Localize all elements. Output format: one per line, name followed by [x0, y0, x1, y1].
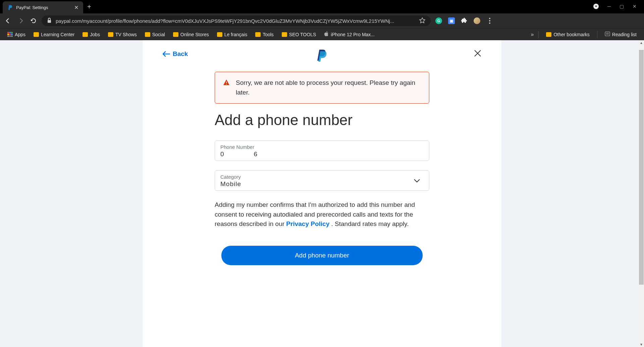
url-text: paypal.com/myaccount/profile/flow/phones… [56, 18, 415, 24]
reading-list[interactable]: Reading list [602, 30, 639, 39]
star-icon[interactable] [419, 17, 425, 24]
svg-point-3 [489, 20, 490, 21]
phone-number-field[interactable]: Phone Number [215, 140, 429, 161]
lock-icon [47, 18, 52, 24]
extension-icon[interactable]: ▣ [448, 17, 455, 24]
address-bar: paypal.com/myaccount/profile/flow/phones… [0, 13, 644, 28]
category-label: Category [220, 174, 241, 180]
folder-icon [255, 32, 261, 37]
bookmarks-bar: Apps Learning Center Jobs TV Shows Socia… [0, 28, 644, 40]
forward-icon[interactable] [17, 17, 24, 24]
divider [597, 31, 597, 38]
paypal-favicon-icon [7, 5, 13, 10]
bookmark-iphone[interactable]: iPhone 12 Pro Max... [321, 30, 377, 39]
back-button[interactable]: Back [163, 50, 188, 58]
scroll-up-icon[interactable]: ▲ [640, 41, 643, 45]
new-tab-button[interactable]: + [87, 3, 91, 11]
back-icon[interactable] [5, 17, 11, 24]
tab-close-icon[interactable]: ✕ [74, 4, 78, 11]
card-header: Back [163, 50, 481, 58]
close-window-icon[interactable]: ✕ [633, 4, 637, 10]
svg-point-4 [489, 22, 490, 24]
arrow-left-icon [163, 51, 170, 57]
extensions-puzzle-icon[interactable] [461, 17, 468, 24]
bookmarks-overflow-icon[interactable]: » [531, 32, 534, 38]
phone-input[interactable] [220, 151, 424, 158]
reload-icon[interactable] [30, 17, 37, 24]
profile-avatar-icon[interactable] [474, 17, 480, 24]
folder-icon [83, 32, 88, 37]
svg-rect-8 [226, 81, 227, 83]
svg-rect-9 [226, 84, 227, 84]
error-alert: Sorry, we are not able to process your r… [215, 72, 429, 104]
scrollbar-thumb[interactable] [639, 50, 644, 285]
form-container: Sorry, we are not able to process your r… [215, 72, 429, 265]
bookmark-stores[interactable]: Online Stores [170, 31, 212, 39]
bookmark-social[interactable]: Social [142, 31, 168, 39]
folder-icon [108, 32, 113, 37]
add-phone-button[interactable]: Add phone number [221, 246, 423, 265]
down-arrow-icon[interactable] [593, 4, 599, 10]
svg-point-2 [489, 18, 490, 19]
bookmark-learning[interactable]: Learning Center [31, 31, 77, 39]
close-icon [474, 50, 481, 57]
browser-tab[interactable]: PayPal: Settings ✕ [3, 1, 83, 13]
folder-icon [34, 32, 39, 37]
bookmark-tools[interactable]: Tools [253, 31, 276, 39]
extension-icons: G ▣ [435, 17, 493, 24]
folder-icon [217, 32, 222, 37]
bookmark-french[interactable]: Le français [214, 31, 250, 39]
paypal-logo-icon [317, 49, 327, 63]
svg-rect-5 [605, 32, 610, 36]
error-message: Sorry, we are not able to process your r… [236, 78, 421, 97]
category-field[interactable]: Category Mobile [215, 170, 429, 191]
phone-label: Phone Number [220, 144, 424, 150]
apple-icon [324, 31, 329, 38]
divider [538, 31, 539, 38]
tab-title: PayPal: Settings [16, 5, 71, 10]
grammarly-icon[interactable]: G [435, 17, 442, 24]
category-value: Mobile [220, 180, 241, 188]
privacy-policy-link[interactable]: Privacy Policy [286, 220, 329, 227]
folder-icon [282, 32, 287, 37]
back-label: Back [173, 50, 188, 58]
page-viewport: Back Sorry, we are not able to process y… [0, 40, 644, 347]
folder-icon [145, 32, 150, 37]
bookmark-tv[interactable]: TV Shows [105, 31, 140, 39]
folder-icon [173, 32, 178, 37]
disclaimer-text: Adding my number confirms that I'm autho… [215, 200, 429, 229]
nav-buttons [5, 17, 37, 24]
warning-icon [223, 79, 230, 87]
apps-bookmark[interactable]: Apps [5, 31, 28, 39]
other-bookmarks[interactable]: Other bookmarks [543, 31, 592, 39]
svg-rect-1 [48, 20, 51, 23]
apps-grid-icon [7, 32, 13, 37]
reading-list-icon [605, 31, 610, 38]
close-button[interactable] [474, 50, 481, 58]
chevron-down-icon [414, 178, 424, 184]
bookmark-jobs[interactable]: Jobs [80, 31, 103, 39]
browser-chrome: PayPal: Settings ✕ + ─ ▢ ✕ [0, 0, 644, 40]
tab-bar: PayPal: Settings ✕ + ─ ▢ ✕ [0, 0, 644, 13]
bookmark-seo[interactable]: SEO TOOLS [279, 31, 319, 39]
url-bar[interactable]: paypal.com/myaccount/profile/flow/phones… [42, 15, 431, 26]
menu-icon[interactable] [486, 17, 493, 24]
window-controls: ─ ▢ ✕ [593, 4, 641, 10]
maximize-icon[interactable]: ▢ [620, 4, 624, 10]
folder-icon [546, 32, 551, 37]
page-title: Add a phone number [215, 112, 429, 128]
content-card: Back Sorry, we are not able to process y… [143, 40, 501, 347]
minimize-icon[interactable]: ─ [607, 4, 611, 10]
scroll-down-icon[interactable]: ▼ [640, 343, 643, 346]
scrollbar[interactable]: ▲ ▼ [639, 40, 644, 347]
